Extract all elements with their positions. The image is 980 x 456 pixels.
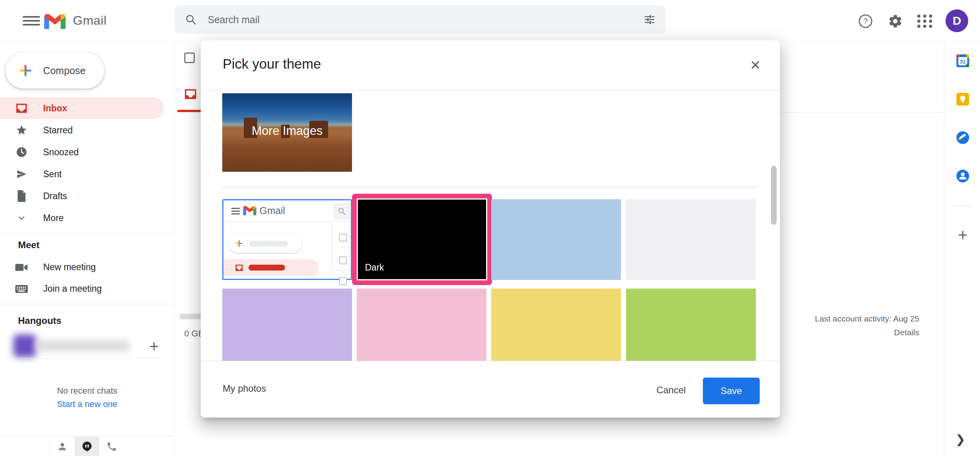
compose-plus-icon bbox=[17, 62, 34, 79]
svg-text:31: 31 bbox=[960, 59, 966, 65]
meet-section-header: Meet bbox=[18, 240, 40, 251]
mini-checkbox bbox=[339, 277, 347, 285]
sidebar-item-drafts[interactable]: Drafts bbox=[0, 185, 164, 207]
mini-menu-icon bbox=[231, 208, 240, 216]
account-avatar[interactable]: D bbox=[946, 9, 968, 32]
gmail-logo-icon bbox=[44, 13, 66, 29]
mini-divider bbox=[332, 247, 351, 248]
theme-tile-lavender[interactable] bbox=[222, 289, 352, 361]
left-sidebar: Compose Inbox Starred Snoozed Sent bbox=[0, 42, 174, 456]
chevron-down-icon bbox=[0, 213, 43, 223]
hangouts-contact-blurred[interactable] bbox=[8, 334, 157, 359]
search-icon bbox=[338, 207, 346, 216]
keyboard-icon bbox=[0, 284, 43, 294]
sidebar-item-starred[interactable]: Starred bbox=[0, 119, 164, 141]
avatar bbox=[13, 334, 36, 357]
gmail-wordmark: Gmail bbox=[73, 13, 107, 28]
right-sidebar-divider bbox=[944, 42, 944, 456]
divider bbox=[0, 233, 174, 234]
help-icon[interactable]: ? bbox=[854, 9, 877, 33]
search-icon[interactable] bbox=[185, 14, 197, 25]
sidebar-item-inbox[interactable]: Inbox bbox=[0, 97, 164, 119]
my-photos-link[interactable]: My photos bbox=[223, 383, 266, 394]
clock-icon bbox=[0, 146, 43, 158]
search-input[interactable] bbox=[208, 14, 644, 25]
mini-divider bbox=[332, 270, 351, 271]
theme-tile-yellow[interactable] bbox=[491, 289, 621, 361]
mini-gmail-logo-icon bbox=[243, 205, 256, 215]
theme-tile-light[interactable]: Gmail bbox=[222, 199, 352, 280]
sidebar-item-label: Snoozed bbox=[43, 147, 79, 158]
main-menu-icon[interactable] bbox=[23, 16, 40, 25]
join-meeting-item[interactable]: Join a meeting bbox=[0, 278, 164, 300]
theme-tile-light-gray[interactable] bbox=[626, 199, 756, 280]
primary-tab-inbox-icon[interactable] bbox=[184, 89, 197, 100]
send-icon bbox=[0, 168, 43, 180]
get-addons-plus-icon[interactable]: + bbox=[954, 227, 971, 244]
select-all-checkbox[interactable] bbox=[184, 53, 195, 63]
mini-search-box bbox=[333, 203, 350, 220]
cancel-button[interactable]: Cancel bbox=[648, 378, 695, 402]
keep-icon[interactable] bbox=[955, 92, 971, 107]
mini-gmail-wordmark: Gmail bbox=[260, 205, 285, 216]
no-recent-chats-text: No recent chats bbox=[0, 386, 174, 396]
divider bbox=[953, 205, 972, 206]
hangouts-add-icon[interactable]: + bbox=[144, 336, 164, 356]
theme-tile-soft-blue[interactable] bbox=[491, 199, 621, 280]
hangouts-section-header: Hangouts bbox=[18, 315, 62, 326]
tasks-icon[interactable] bbox=[955, 130, 971, 146]
dialog-footer: My photos Cancel Save bbox=[201, 361, 780, 418]
phone-icon bbox=[106, 441, 117, 452]
mini-inbox-icon bbox=[235, 264, 243, 271]
gmail-app: Gmail ? D bbox=[0, 0, 980, 456]
mini-placeholder-bar bbox=[249, 241, 288, 247]
theme-tile-dark-selected[interactable]: Dark bbox=[352, 194, 492, 285]
details-link[interactable]: Details bbox=[894, 328, 919, 337]
pick-theme-dialog: Pick your theme ✕ More Images Gmail bbox=[201, 40, 780, 418]
last-account-activity-text: Last account activity: Aug 25 bbox=[815, 314, 919, 323]
mini-inbox-row bbox=[223, 259, 319, 276]
video-camera-icon bbox=[0, 263, 43, 272]
contacts-tab[interactable] bbox=[50, 437, 74, 456]
divider bbox=[0, 304, 174, 304]
mini-checkbox bbox=[339, 234, 347, 242]
sidebar-item-label: Sent bbox=[43, 169, 62, 180]
sidebar-item-sent[interactable]: Sent bbox=[0, 163, 164, 185]
sidebar-item-label: Starred bbox=[43, 125, 73, 136]
search-options-icon[interactable] bbox=[644, 14, 655, 25]
sidebar-divider bbox=[174, 42, 175, 456]
hangouts-tab[interactable] bbox=[74, 437, 99, 456]
join-meeting-label: Join a meeting bbox=[43, 283, 102, 294]
contacts-icon[interactable] bbox=[955, 169, 971, 184]
close-icon[interactable]: ✕ bbox=[745, 55, 766, 76]
hide-side-panel-chevron-icon[interactable]: ❯ bbox=[953, 431, 968, 447]
star-icon bbox=[0, 124, 43, 136]
mini-plus-icon bbox=[234, 239, 244, 248]
sidebar-footer-tabs bbox=[0, 436, 174, 456]
more-images-thumbnail[interactable]: More Images bbox=[222, 93, 352, 172]
theme-tile-green[interactable] bbox=[626, 289, 756, 361]
new-meeting-item[interactable]: New meeting bbox=[0, 256, 164, 278]
dialog-scrollbar-thumb[interactable] bbox=[771, 166, 777, 225]
sidebar-item-snoozed[interactable]: Snoozed bbox=[0, 141, 164, 163]
dialog-title: Pick your theme bbox=[223, 56, 321, 72]
settings-gear-icon[interactable] bbox=[884, 9, 907, 33]
google-apps-grid-icon[interactable] bbox=[913, 9, 937, 33]
compose-button[interactable]: Compose bbox=[5, 53, 104, 89]
mini-compose-button bbox=[228, 234, 302, 253]
sidebar-item-label: Drafts bbox=[43, 191, 67, 202]
toolbar-divider bbox=[779, 112, 943, 113]
phone-tab[interactable] bbox=[99, 437, 124, 456]
more-images-label: More Images bbox=[222, 124, 352, 138]
search-bar[interactable] bbox=[175, 5, 666, 34]
save-button[interactable]: Save bbox=[703, 378, 760, 404]
blurred-name bbox=[35, 340, 129, 352]
theme-tile-dark: Dark bbox=[357, 198, 487, 280]
theme-tile-pink[interactable] bbox=[357, 289, 486, 361]
mini-topbar: Gmail bbox=[223, 200, 351, 222]
calendar-icon[interactable]: 31 bbox=[955, 53, 971, 69]
mini-checkbox bbox=[339, 256, 347, 264]
start-new-one-link[interactable]: Start a new one bbox=[0, 399, 174, 409]
draft-icon bbox=[0, 190, 43, 202]
sidebar-item-more[interactable]: More bbox=[0, 207, 164, 229]
